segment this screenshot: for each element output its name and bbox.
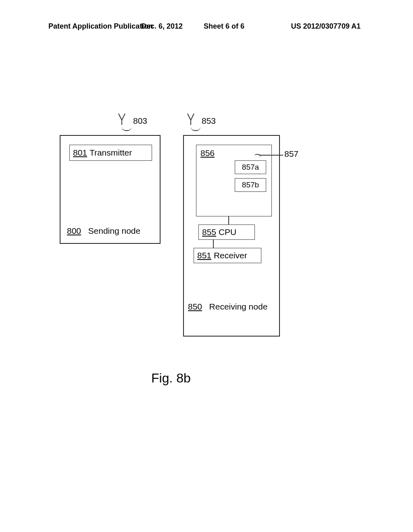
- label-857b: 857b: [242, 181, 259, 189]
- cpu-box: 855 CPU: [198, 224, 255, 240]
- lead-arc: [122, 127, 131, 131]
- receiving-node-ref: 850: [188, 302, 202, 311]
- figure-caption: Fig. 8b: [151, 371, 191, 386]
- publication-date: Dec. 6, 2012: [141, 22, 183, 31]
- connector-line: [213, 240, 214, 248]
- receiver-label: Receiver: [214, 251, 247, 260]
- sending-node-ref: 800: [67, 226, 81, 235]
- antenna-ref-803: 803: [133, 116, 147, 126]
- receiver-box: 851 Receiver: [194, 248, 261, 263]
- sub-box-857a: 857a: [235, 160, 266, 174]
- receiving-node-label: 850 Receiving node: [188, 302, 267, 312]
- cpu-ref: 855: [202, 227, 216, 237]
- sending-node-text: Sending node: [88, 226, 141, 235]
- publication-number: US 2012/0307709 A1: [291, 22, 361, 31]
- receiving-node-text: Receiving node: [209, 302, 268, 311]
- label-857: 857: [284, 149, 298, 159]
- lead-arc: [191, 127, 200, 131]
- transmitter-ref: 801: [73, 148, 87, 158]
- sending-node-box: 801 Transmitter 800 Sending node: [60, 135, 161, 244]
- cpu-label: CPU: [219, 227, 236, 237]
- receiving-node-box: 856 857a 857b 855 CPU 851 Receiver 850 R…: [183, 135, 280, 337]
- ref-856: 856: [200, 148, 215, 158]
- antenna-ref-853: 853: [202, 116, 216, 126]
- receiver-ref: 851: [197, 251, 211, 260]
- antenna-icon: [187, 113, 195, 125]
- sending-node-label: 800 Sending node: [67, 226, 140, 236]
- connector-line: [228, 216, 229, 224]
- transmitter-box: 801 Transmitter: [69, 145, 152, 161]
- publication-label: Patent Application Publication: [48, 22, 153, 31]
- sub-box-857b: 857b: [235, 178, 266, 192]
- sheet-number: Sheet 6 of 6: [204, 22, 244, 31]
- antenna-icon: [118, 113, 126, 125]
- lead-line-857: [259, 155, 283, 156]
- transmitter-label: Transmitter: [90, 148, 132, 158]
- figure-diagram: 803 853 801 Transmitter 800 Sending node…: [0, 113, 413, 395]
- label-857a: 857a: [242, 163, 259, 172]
- page-header: Patent Application Publication Dec. 6, 2…: [0, 22, 413, 31]
